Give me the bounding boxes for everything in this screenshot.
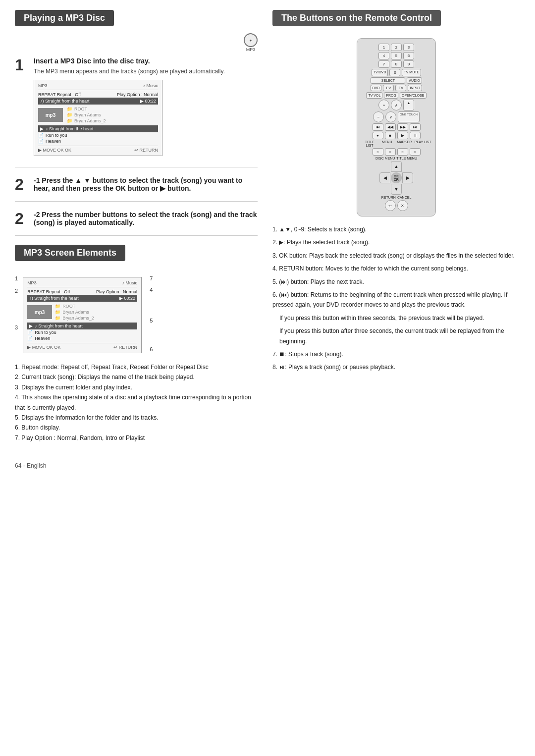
step2-1-block: 2 -1 Press the ▲ ▼ buttons to select the… xyxy=(15,176,258,202)
ann-left-3 xyxy=(15,309,18,314)
nav-down-btn[interactable]: ▼ xyxy=(391,184,402,195)
ok-btn[interactable]: OKCR xyxy=(391,172,402,183)
btn-select-label: — SELECT — xyxy=(371,77,405,84)
remote-row-456: 4 5 6 xyxy=(361,52,431,59)
btn-rec2[interactable]: ● xyxy=(373,132,383,139)
right-note-8: 8. ⏯: Plays a track (song) or pauses pla… xyxy=(272,362,520,372)
remote-row-789: 7 8 9 xyxy=(361,60,431,68)
btn-3[interactable]: 3 xyxy=(403,44,414,51)
btn-skip-back[interactable]: ⏮ xyxy=(373,123,383,131)
ann-left-2: 2 xyxy=(15,288,18,294)
btn-4[interactable]: 4 xyxy=(378,52,389,59)
btn-title-list[interactable]: ○ xyxy=(373,148,383,156)
btn-6[interactable]: 6 xyxy=(403,52,414,59)
remote-row-audio: — SELECT — AUDIO xyxy=(361,77,431,84)
btn-tv[interactable]: TV xyxy=(395,85,406,91)
right-notes-list: 1. ▲▼, 0~9: Selects a track (song). 2. ▶… xyxy=(272,224,520,373)
btn-rew[interactable]: ◀◀ xyxy=(385,123,396,131)
step1-description: The MP3 menu appears and the tracks (son… xyxy=(34,67,258,76)
btn-vol-up[interactable]: + xyxy=(378,100,389,110)
btn-return[interactable]: ↩ xyxy=(385,200,396,211)
btn-menu[interactable]: ○ xyxy=(385,148,396,156)
right-note-6-cont2: If you press this button after three sec… xyxy=(272,326,520,346)
annotated-screen-wrapper: 1 2 3 MP3 ♪ Music REPEAT Repeat : Off Pl… xyxy=(15,273,258,357)
btn-pv[interactable]: PV xyxy=(383,85,394,91)
btn-tv-mute[interactable]: TV MUTE xyxy=(402,69,421,76)
btn-tv-vol[interactable]: TV VOL xyxy=(366,92,382,99)
btn-audio[interactable]: AUDIO xyxy=(407,77,422,84)
remote-row-playback1: ⏮ ◀◀ ▶▶ ⏭ xyxy=(361,123,431,131)
btn-8[interactable]: 8 xyxy=(391,60,402,68)
btn-one-touch[interactable]: ONE TOUCH xyxy=(398,111,420,122)
btn-input[interactable]: INPUT xyxy=(408,85,422,91)
btn-tv-dvd[interactable]: TV/DVD xyxy=(372,69,388,76)
label-menu: MENU xyxy=(379,140,394,147)
screen1-track2: 📄 Heaven xyxy=(38,138,158,144)
nav-left-btn[interactable]: ◀ xyxy=(379,172,390,183)
btn-open-close[interactable]: OPEN/CLOSE xyxy=(400,92,427,99)
screen1-highlighted-track: ▶ ♪ Straight from the heart xyxy=(38,125,158,132)
right-note-4: 4. RETURN button: Moves to the folder to… xyxy=(272,264,520,273)
note-item-7: 7. Play Option : Normal, Random, Intro o… xyxy=(15,433,258,443)
step2-number: 2 xyxy=(15,176,29,192)
step1-content: Insert a MP3 Disc into the disc tray. Th… xyxy=(34,57,258,160)
remote-row-menu-btns: ○ ○ ○ ○ xyxy=(361,148,431,156)
annotated-screen: MP3 ♪ Music REPEAT Repeat : Off Play Opt… xyxy=(23,277,142,353)
step2-2-block: 2 -2 Press the number buttons to select … xyxy=(15,211,258,236)
ann-right-space xyxy=(150,307,153,312)
label-title-menu: TITLE MENU xyxy=(396,157,417,160)
step1-title: Insert a MP3 Disc into the disc tray. xyxy=(34,57,258,65)
btn-skip-fwd[interactable]: ⏭ xyxy=(410,123,421,131)
btn-9[interactable]: 9 xyxy=(403,60,414,68)
label-cancel: CANCEL xyxy=(397,196,411,199)
btn-playlist[interactable]: ○ xyxy=(410,148,421,156)
ann-right-5: 5 xyxy=(150,318,153,324)
btn-prog[interactable]: PROG xyxy=(384,92,398,99)
ann-left-4: 3 xyxy=(15,325,18,330)
step2-2-content: -2 Press the number buttons to select th… xyxy=(34,211,258,228)
btn-fwd[interactable]: ▶▶ xyxy=(397,123,408,131)
nav-right-btn[interactable]: ▶ xyxy=(402,172,413,183)
mp3-disc-area: ● MP3 xyxy=(15,33,258,52)
right-section-header: The Buttons on the Remote Control xyxy=(272,10,441,26)
mp3-screen-elements-header: MP3 Screen Elements xyxy=(15,245,125,261)
btn-dvd[interactable]: DVD xyxy=(371,85,382,91)
right-note-1: 1. ▲▼, 0~9: Selects a track (song). xyxy=(272,224,520,234)
label-return: RETURN xyxy=(381,196,396,199)
remote-row-playback2: ● ■ ▶ ⏸ xyxy=(361,132,431,139)
left-section-header: Playing a MP3 Disc xyxy=(15,10,114,26)
remote-row-vol: TV VOL PROG OPEN/CLOSE xyxy=(361,92,431,99)
remote-row-return-cancel: RETURN CANCEL xyxy=(361,196,431,199)
btn-vol-down[interactable]: − xyxy=(373,111,384,122)
btn-rec[interactable]: ▲ xyxy=(403,100,414,110)
nav-up-btn[interactable]: ▲ xyxy=(391,161,402,172)
btn-1[interactable]: 1 xyxy=(378,44,389,51)
btn-2[interactable]: 2 xyxy=(391,44,402,51)
right-note-2: 2. ▶: Plays the selected track (song). xyxy=(272,237,520,247)
remote-row-123: 1 2 3 xyxy=(361,44,431,51)
right-column: The Buttons on the Remote Control 1 2 3 … xyxy=(272,10,520,443)
btn-stop[interactable]: ■ xyxy=(385,132,396,139)
btn-7[interactable]: 7 xyxy=(378,60,389,68)
btn-5[interactable]: 5 xyxy=(391,52,402,59)
right-note-5: 5. (⏭) button: Plays the next track. xyxy=(272,277,520,287)
step2-1-content: -1 Press the ▲ ▼ buttons to select the t… xyxy=(34,176,258,194)
btn-0[interactable]: 0 xyxy=(389,69,400,76)
btn-pause[interactable]: ⏸ xyxy=(410,132,421,139)
btn-ch-down[interactable]: ∨ xyxy=(385,111,396,122)
right-note-7: 7. ⏹: Stops a track (song). xyxy=(272,349,520,359)
remote-row-minusminus: − ∨ ONE TOUCH xyxy=(361,111,431,122)
step2-2-number: 2 xyxy=(15,211,29,226)
right-note-6-cont1: If you press this button within three se… xyxy=(272,313,520,323)
right-note-3: 3. OK button: Plays back the selected tr… xyxy=(272,251,520,261)
btn-cancel[interactable]: ✕ xyxy=(397,200,408,211)
disc-circle: ● xyxy=(244,33,258,47)
btn-marker[interactable]: ○ xyxy=(397,148,408,156)
note-item-2: 2. Current track (song): Displays the na… xyxy=(15,372,258,382)
screen-elements-notes: 1. Repeat mode: Repeat off, Repeat Track… xyxy=(15,362,258,443)
btn-ch-up[interactable]: ∧ xyxy=(391,100,402,110)
note-item-4: 4. This shows the operating state of a d… xyxy=(15,392,258,413)
btn-play[interactable]: ▶ xyxy=(397,132,408,139)
label-play-list: PLAY LIST xyxy=(415,140,431,147)
page-number: 64 - English xyxy=(15,462,46,469)
